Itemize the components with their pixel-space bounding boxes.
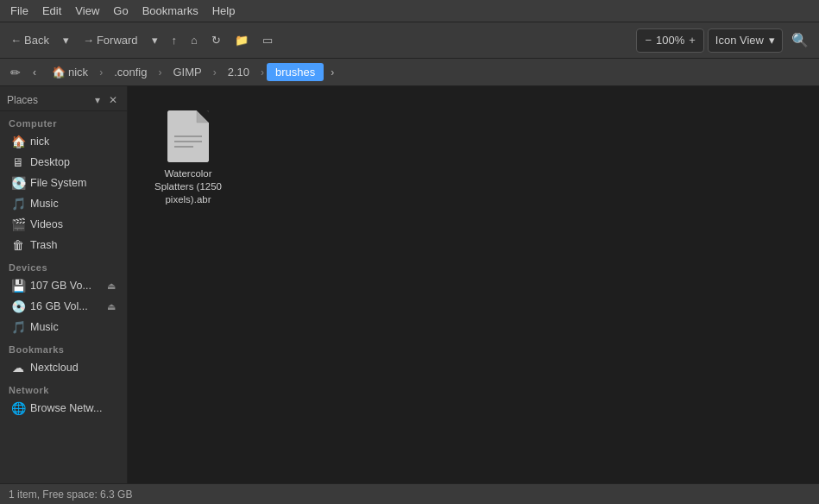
breadcrumb-sep-3: ›: [212, 66, 217, 79]
breadcrumb-item-nick[interactable]: 🏠nick: [43, 63, 97, 81]
refresh-icon: ↻: [211, 34, 221, 47]
sidebar-title: Places: [7, 94, 38, 106]
refresh-button[interactable]: ↻: [206, 30, 226, 50]
toggle-pane-button[interactable]: ▭: [257, 30, 278, 50]
back-label: Back: [24, 34, 49, 47]
breadcrumb-item-210[interactable]: 2.10: [219, 63, 258, 81]
location-icon: 📁: [235, 34, 249, 47]
view-selector[interactable]: Icon View ▾: [708, 28, 783, 53]
breadcrumb-sep-2: ›: [157, 66, 162, 79]
network-section-label: Network: [0, 378, 127, 398]
breadcrumb-next-button[interactable]: ›: [325, 64, 339, 81]
search-button[interactable]: 🔍: [786, 28, 814, 52]
sidebar-item-nick[interactable]: 🏠 nick: [3, 131, 124, 152]
sidebar-item-music-dev[interactable]: 🎵 Music: [3, 317, 124, 337]
zoom-control: − 100% +: [636, 28, 703, 53]
back-dropdown-button[interactable]: ▾: [58, 30, 74, 50]
devices-section-label: Devices: [0, 255, 127, 275]
forward-arrow-icon: →: [83, 34, 94, 47]
view-chevron-icon: ▾: [769, 34, 775, 47]
music-dev-icon: 🎵: [11, 320, 25, 334]
file-area[interactable]: Watercolor Splatters (1250 pixels).abr: [128, 86, 819, 483]
zoom-plus-icon: +: [689, 34, 696, 47]
toolbar: ← Back ▾ → Forward ▾ ↑ ⌂ ↻ 📁 ▭ − 100% + …: [0, 22, 819, 59]
up-button[interactable]: ↑: [167, 30, 183, 50]
computer-section-label: Computer: [0, 111, 127, 131]
sidebar-trash-label: Trash: [30, 239, 58, 251]
statusbar: 1 item, Free space: 6.3 GB: [0, 483, 819, 504]
menubar: File Edit View Go Bookmarks Help: [0, 0, 819, 22]
sidebar-vol16-label: 16 GB Vol...: [30, 300, 88, 312]
svg-marker-1: [197, 110, 209, 123]
music-icon: 🎵: [11, 197, 25, 211]
bookmarks-section-label: Bookmarks: [0, 337, 127, 357]
sidebar-item-music[interactable]: 🎵 Music: [3, 193, 124, 214]
sidebar-item-nextcloud[interactable]: ☁ Nextcloud: [3, 357, 124, 378]
search-icon: 🔍: [791, 32, 809, 48]
menu-file[interactable]: File: [3, 3, 35, 19]
file-name-watercolor: Watercolor Splatters (1250 pixels).abr: [150, 167, 226, 206]
sidebar-item-filesystem[interactable]: 💽 File System: [3, 173, 124, 193]
toggle-icon: ▭: [262, 34, 273, 47]
breadcrumb-item-gimp[interactable]: GIMP: [164, 63, 210, 81]
edit-icon: ✏: [10, 66, 21, 79]
menu-go[interactable]: Go: [106, 3, 135, 19]
sidebar-close-icon: ✕: [109, 94, 117, 106]
sidebar-videos-label: Videos: [30, 218, 63, 230]
sidebar-expand-icon: ▾: [95, 94, 100, 106]
up-icon: ↑: [172, 34, 178, 47]
sidebar-item-videos[interactable]: 🎬 Videos: [3, 214, 124, 235]
zoom-in-button[interactable]: +: [686, 34, 698, 47]
sidebar-item-browse-network[interactable]: 🌐 Browse Netw...: [3, 398, 124, 419]
eject107-icon[interactable]: ⏏: [107, 280, 116, 292]
back-chevron-icon: ▾: [63, 34, 69, 47]
chevron-right-icon: ›: [331, 66, 334, 79]
sidebar-music-dev-label: Music: [30, 321, 59, 333]
forward-button[interactable]: → Forward: [78, 30, 143, 50]
file-item-watercolor[interactable]: Watercolor Splatters (1250 pixels).abr: [145, 104, 231, 213]
home-icon: ⌂: [191, 34, 198, 47]
breadcrumb-prev-button[interactable]: ‹: [28, 64, 41, 81]
drive16-icon: 💿: [11, 299, 25, 313]
main-content: Places ▾ ✕ Computer 🏠 nick 🖥 Desktop 💽 F…: [0, 86, 819, 483]
svg-marker-2: [197, 110, 209, 123]
breadcrumb-bar: ✏ ‹ 🏠nick › .config › GIMP › 2.10 › brus…: [0, 59, 819, 86]
menu-view[interactable]: View: [68, 3, 106, 19]
breadcrumb-sep-4: ›: [260, 66, 265, 79]
home-small-icon: 🏠: [52, 66, 66, 79]
sidebar-nextcloud-label: Nextcloud: [30, 362, 79, 374]
sidebar-close-button[interactable]: ✕: [106, 93, 120, 107]
breadcrumb-edit-button[interactable]: ✏: [5, 63, 26, 82]
menu-bookmarks[interactable]: Bookmarks: [135, 3, 205, 19]
breadcrumb-item-config[interactable]: .config: [105, 63, 155, 81]
nextcloud-icon: ☁: [11, 361, 25, 375]
zoom-out-button[interactable]: −: [642, 34, 654, 47]
sidebar-filesystem-label: File System: [30, 177, 86, 189]
menu-edit[interactable]: Edit: [35, 3, 68, 19]
videos-icon: 🎬: [11, 217, 25, 231]
breadcrumb-sep-1: ›: [98, 66, 104, 79]
forward-dropdown-button[interactable]: ▾: [147, 30, 163, 50]
sidebar-item-trash[interactable]: 🗑 Trash: [3, 235, 124, 255]
breadcrumb-item-brushes[interactable]: brushes: [267, 63, 324, 81]
zoom-minus-icon: −: [645, 34, 652, 47]
back-arrow-icon: ←: [10, 34, 22, 47]
home-button[interactable]: ⌂: [186, 30, 203, 50]
menu-help[interactable]: Help: [205, 3, 243, 19]
sidebar-item-vol16[interactable]: 💿 16 GB Vol... ⏏: [3, 296, 124, 317]
sidebar-item-vol107[interactable]: 💾 107 GB Vo... ⏏: [3, 275, 124, 296]
eject16-icon[interactable]: ⏏: [107, 301, 116, 312]
location-button[interactable]: 📁: [230, 30, 254, 50]
sidebar-item-desktop[interactable]: 🖥 Desktop: [3, 152, 124, 173]
filesystem-icon: 💽: [11, 176, 25, 190]
statusbar-text: 1 item, Free space: 6.3 GB: [9, 488, 132, 501]
home-icon: 🏠: [11, 135, 25, 148]
chevron-left-icon: ‹: [33, 66, 36, 79]
back-button[interactable]: ← Back: [5, 30, 54, 50]
view-label: Icon View: [715, 34, 764, 47]
sidebar-vol107-label: 107 GB Vo...: [30, 280, 91, 292]
zoom-value: 100%: [656, 34, 684, 47]
sidebar-desktop-label: Desktop: [30, 156, 70, 168]
network-icon: 🌐: [11, 401, 25, 415]
sidebar-expand-button[interactable]: ▾: [92, 93, 103, 107]
